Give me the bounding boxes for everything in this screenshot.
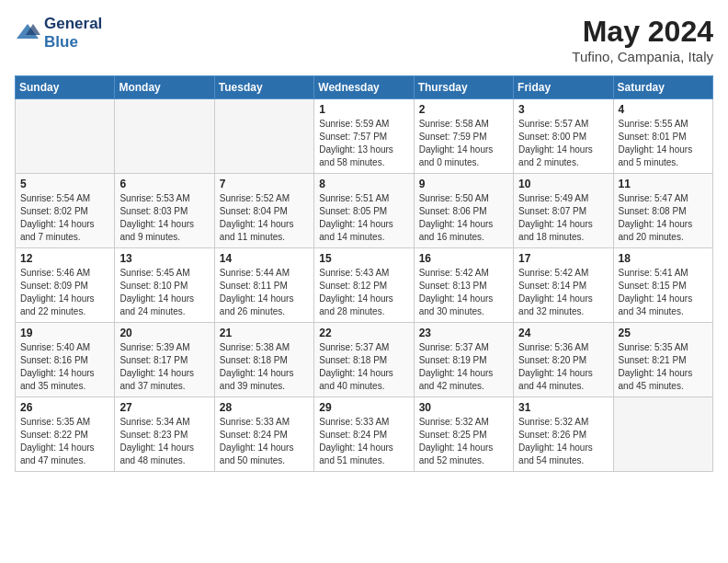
day-info: Sunrise: 5:41 AM Sunset: 8:15 PM Dayligh… (619, 267, 708, 318)
day-number: 9 (419, 178, 508, 190)
day-info: Sunrise: 5:47 AM Sunset: 8:08 PM Dayligh… (619, 192, 708, 244)
calendar-cell: 11Sunrise: 5:47 AM Sunset: 8:08 PM Dayli… (613, 174, 712, 248)
day-info: Sunrise: 5:38 AM Sunset: 8:18 PM Dayligh… (220, 341, 309, 393)
week-row: 12Sunrise: 5:46 AM Sunset: 8:09 PM Dayli… (16, 248, 713, 323)
month-year: May 2024 (572, 15, 713, 49)
day-number: 18 (619, 252, 708, 265)
col-header-thursday: Thursday (414, 76, 513, 99)
col-header-monday: Monday (115, 76, 214, 99)
day-info: Sunrise: 5:58 AM Sunset: 7:59 PM Dayligh… (419, 118, 508, 169)
day-info: Sunrise: 5:59 AM Sunset: 7:57 PM Dayligh… (319, 118, 408, 169)
day-number: 8 (319, 178, 408, 190)
calendar-cell: 18Sunrise: 5:41 AM Sunset: 8:15 PM Dayli… (613, 248, 712, 323)
calendar-cell: 22Sunrise: 5:37 AM Sunset: 8:18 PM Dayli… (314, 323, 414, 397)
calendar-cell: 4Sunrise: 5:55 AM Sunset: 8:01 PM Daylig… (613, 99, 712, 174)
week-row: 19Sunrise: 5:40 AM Sunset: 8:16 PM Dayli… (16, 323, 713, 397)
day-number: 7 (220, 178, 309, 190)
day-info: Sunrise: 5:53 AM Sunset: 8:03 PM Dayligh… (119, 192, 209, 244)
day-number: 15 (319, 252, 408, 265)
day-number: 26 (20, 401, 109, 414)
day-number: 1 (319, 103, 408, 116)
day-info: Sunrise: 5:45 AM Sunset: 8:10 PM Dayligh… (119, 267, 209, 318)
calendar-cell: 27Sunrise: 5:34 AM Sunset: 8:23 PM Dayli… (115, 397, 214, 472)
day-info: Sunrise: 5:33 AM Sunset: 8:24 PM Dayligh… (220, 416, 309, 467)
calendar-cell (16, 99, 115, 174)
day-number: 27 (119, 401, 209, 414)
day-info: Sunrise: 5:34 AM Sunset: 8:23 PM Dayligh… (119, 416, 209, 467)
day-info: Sunrise: 5:50 AM Sunset: 8:06 PM Dayligh… (419, 192, 508, 244)
calendar-cell: 7Sunrise: 5:52 AM Sunset: 8:04 PM Daylig… (214, 174, 313, 248)
day-number: 28 (220, 401, 309, 414)
day-number: 31 (518, 401, 608, 414)
day-info: Sunrise: 5:42 AM Sunset: 8:14 PM Dayligh… (518, 267, 608, 318)
day-number: 14 (220, 252, 309, 265)
day-number: 2 (419, 103, 508, 116)
calendar-cell: 13Sunrise: 5:45 AM Sunset: 8:10 PM Dayli… (115, 248, 214, 323)
day-number: 3 (518, 103, 608, 116)
day-info: Sunrise: 5:44 AM Sunset: 8:11 PM Dayligh… (220, 267, 309, 318)
calendar-cell: 8Sunrise: 5:51 AM Sunset: 8:05 PM Daylig… (314, 174, 414, 248)
day-number: 25 (619, 327, 708, 339)
day-number: 6 (119, 178, 209, 190)
day-info: Sunrise: 5:37 AM Sunset: 8:18 PM Dayligh… (319, 341, 408, 393)
day-info: Sunrise: 5:40 AM Sunset: 8:16 PM Dayligh… (20, 341, 109, 393)
calendar-cell: 26Sunrise: 5:35 AM Sunset: 8:22 PM Dayli… (16, 397, 115, 472)
col-header-wednesday: Wednesday (314, 76, 414, 99)
week-row: 1Sunrise: 5:59 AM Sunset: 7:57 PM Daylig… (16, 99, 713, 174)
day-number: 29 (319, 401, 408, 414)
day-number: 11 (619, 178, 708, 190)
day-number: 10 (518, 178, 608, 190)
day-number: 19 (20, 327, 109, 339)
day-number: 21 (220, 327, 309, 339)
col-header-sunday: Sunday (16, 76, 115, 99)
day-info: Sunrise: 5:39 AM Sunset: 8:17 PM Dayligh… (119, 341, 209, 393)
calendar-cell: 25Sunrise: 5:35 AM Sunset: 8:21 PM Dayli… (613, 323, 712, 397)
logo-text: General Blue (44, 15, 102, 52)
calendar-cell: 5Sunrise: 5:54 AM Sunset: 8:02 PM Daylig… (16, 174, 115, 248)
col-header-tuesday: Tuesday (214, 76, 313, 99)
calendar-cell: 24Sunrise: 5:36 AM Sunset: 8:20 PM Dayli… (514, 323, 613, 397)
calendar-cell: 31Sunrise: 5:32 AM Sunset: 8:26 PM Dayli… (514, 397, 613, 472)
day-info: Sunrise: 5:49 AM Sunset: 8:07 PM Dayligh… (518, 192, 608, 244)
day-info: Sunrise: 5:54 AM Sunset: 8:02 PM Dayligh… (20, 192, 109, 244)
day-info: Sunrise: 5:37 AM Sunset: 8:19 PM Dayligh… (419, 341, 508, 393)
calendar-table: SundayMondayTuesdayWednesdayThursdayFrid… (15, 75, 713, 472)
logo-icon (15, 20, 40, 46)
day-info: Sunrise: 5:35 AM Sunset: 8:21 PM Dayligh… (619, 341, 708, 393)
day-info: Sunrise: 5:36 AM Sunset: 8:20 PM Dayligh… (518, 341, 608, 393)
day-number: 24 (518, 327, 608, 339)
calendar-cell: 17Sunrise: 5:42 AM Sunset: 8:14 PM Dayli… (514, 248, 613, 323)
col-header-friday: Friday (514, 76, 613, 99)
calendar-cell: 16Sunrise: 5:42 AM Sunset: 8:13 PM Dayli… (414, 248, 513, 323)
calendar-cell: 19Sunrise: 5:40 AM Sunset: 8:16 PM Dayli… (16, 323, 115, 397)
calendar-cell: 10Sunrise: 5:49 AM Sunset: 8:07 PM Dayli… (514, 174, 613, 248)
calendar-cell: 2Sunrise: 5:58 AM Sunset: 7:59 PM Daylig… (414, 99, 513, 174)
day-info: Sunrise: 5:46 AM Sunset: 8:09 PM Dayligh… (20, 267, 109, 318)
day-number: 20 (119, 327, 209, 339)
calendar-cell (613, 397, 712, 472)
day-info: Sunrise: 5:35 AM Sunset: 8:22 PM Dayligh… (20, 416, 109, 467)
day-number: 30 (419, 401, 508, 414)
calendar-cell: 12Sunrise: 5:46 AM Sunset: 8:09 PM Dayli… (16, 248, 115, 323)
day-info: Sunrise: 5:42 AM Sunset: 8:13 PM Dayligh… (419, 267, 508, 318)
day-number: 13 (119, 252, 209, 265)
day-number: 4 (619, 103, 708, 116)
col-header-saturday: Saturday (613, 76, 712, 99)
calendar-cell: 20Sunrise: 5:39 AM Sunset: 8:17 PM Dayli… (115, 323, 214, 397)
calendar-cell: 30Sunrise: 5:32 AM Sunset: 8:25 PM Dayli… (414, 397, 513, 472)
day-info: Sunrise: 5:52 AM Sunset: 8:04 PM Dayligh… (220, 192, 309, 244)
week-row: 5Sunrise: 5:54 AM Sunset: 8:02 PM Daylig… (16, 174, 713, 248)
calendar-cell: 28Sunrise: 5:33 AM Sunset: 8:24 PM Dayli… (214, 397, 313, 472)
calendar-cell (214, 99, 313, 174)
day-info: Sunrise: 5:51 AM Sunset: 8:05 PM Dayligh… (319, 192, 408, 244)
day-info: Sunrise: 5:55 AM Sunset: 8:01 PM Dayligh… (619, 118, 708, 169)
day-info: Sunrise: 5:32 AM Sunset: 8:25 PM Dayligh… (419, 416, 508, 467)
calendar-cell: 15Sunrise: 5:43 AM Sunset: 8:12 PM Dayli… (314, 248, 414, 323)
day-number: 5 (20, 178, 109, 190)
calendar-cell: 29Sunrise: 5:33 AM Sunset: 8:24 PM Dayli… (314, 397, 414, 472)
calendar-cell (115, 99, 214, 174)
day-number: 16 (419, 252, 508, 265)
location: Tufino, Campania, Italy (572, 49, 713, 64)
calendar-cell: 14Sunrise: 5:44 AM Sunset: 8:11 PM Dayli… (214, 248, 313, 323)
week-row: 26Sunrise: 5:35 AM Sunset: 8:22 PM Dayli… (16, 397, 713, 472)
